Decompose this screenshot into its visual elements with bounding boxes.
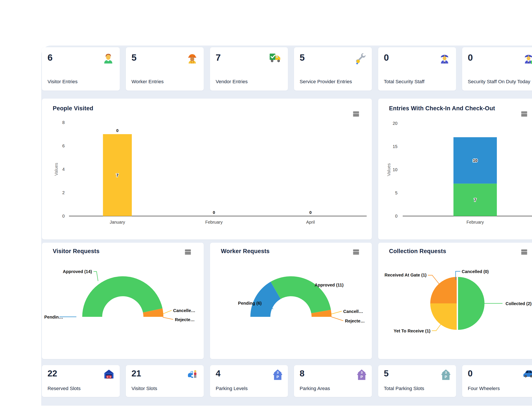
people-visited-chart-card: People Visited (42, 99, 372, 239)
stat-value: 5 (132, 53, 136, 63)
stat-label: Visitor Slots (132, 385, 200, 392)
hamburger-menu-icon[interactable] (521, 250, 527, 255)
delivery-truck-check-icon (269, 53, 282, 64)
entries-check-chart-card: Entries With Check-In And Check-Out (378, 99, 532, 239)
hamburger-menu-icon[interactable] (185, 250, 191, 255)
hamburger-menu-icon[interactable] (521, 112, 527, 117)
stat-value: 5 (300, 53, 305, 63)
stat-card-security-staff-on-duty: 0 Security Staff On Duty Today (462, 47, 532, 91)
stat-value: 0 (468, 53, 473, 63)
hamburger-menu-icon[interactable] (353, 250, 359, 255)
svg-text:3: 3 (445, 371, 447, 374)
people-visited-title: People Visited (53, 105, 93, 112)
stat-value: 8 (300, 369, 304, 378)
svg-text:P: P (360, 375, 363, 379)
stat-label: Reserved Slots (48, 385, 116, 392)
entries-check-title: Entries With Check-In And Check-Out (389, 105, 495, 112)
stat-label: Worker Entries (132, 78, 200, 85)
stat-card-visitor-slots: 21 Visitor Slots (126, 365, 204, 397)
car-with-person-icon (187, 369, 198, 381)
stat-card-reserved-slots: 22 Reserved Slots (42, 365, 120, 397)
blue-car-icon (522, 369, 532, 379)
police-officer-on-duty-icon (523, 53, 532, 65)
stat-value: 7 (216, 53, 221, 63)
stat-value: 6 (48, 53, 53, 63)
stat-label: Service Provider Entries (300, 78, 368, 85)
stat-label: Visitor Entries (48, 78, 116, 85)
stat-card-worker-entries: 5 Worker Entries (126, 47, 204, 91)
stat-card-four-wheelers: 0 Four Wheelers (462, 365, 532, 397)
stat-label: Security Staff On Duty Today (468, 78, 532, 85)
stat-card-service-provider-entries: 5 Service Provider Entries (294, 47, 372, 91)
stat-card-parking-levels: 4 3P Parking Levels (210, 365, 288, 397)
parking-area-purple-icon: 3P (357, 369, 366, 381)
svg-text:P: P (276, 375, 279, 379)
stat-label: Four Wheelers (468, 385, 532, 392)
collection-requests-chart-card: Collection Requests (378, 243, 532, 359)
stat-label: Parking Areas (300, 385, 368, 392)
stat-value: 0 (384, 53, 389, 63)
stat-label: Parking Levels (216, 385, 284, 392)
stat-value: 22 (48, 369, 57, 378)
wrench-hand-icon (354, 53, 366, 65)
stat-card-parking-areas: 8 3P Parking Areas (294, 365, 372, 397)
stat-label: Vendor Entries (216, 78, 284, 85)
stat-value: 21 (132, 369, 141, 378)
worker-requests-chart-card: Worker Requests (210, 243, 372, 359)
collection-requests-title: Collection Requests (389, 248, 446, 255)
svg-text:P: P (445, 375, 447, 379)
svg-text:3: 3 (277, 371, 279, 374)
stat-label: Total Parking Slots (384, 385, 452, 392)
visitor-requests-title: Visitor Requests (53, 248, 100, 255)
parking-slot-teal-icon: 3P (441, 369, 450, 381)
stat-card-visitor-entries: 6 Visitor Entries (42, 47, 120, 91)
stat-card-vendor-entries: 7 Vendor Entries (210, 47, 288, 91)
visitor-person-icon (102, 53, 114, 65)
garage-car-icon (104, 369, 114, 380)
stat-card-total-security-staff: 0 Total Security Staff (378, 47, 456, 91)
hamburger-menu-icon[interactable] (353, 112, 359, 117)
stat-label: Total Security Staff (384, 78, 452, 85)
stat-value: 4 (216, 369, 220, 378)
stat-card-total-parking-slots: 5 3P Total Parking Slots (378, 365, 456, 397)
stat-value: 5 (384, 369, 389, 378)
svg-text:3: 3 (361, 371, 363, 374)
construction-worker-icon (186, 53, 198, 65)
worker-requests-title: Worker Requests (221, 248, 270, 255)
parking-level-blue-icon: 3P (273, 369, 282, 381)
stat-value: 0 (468, 369, 473, 378)
visitor-requests-chart-card: Visitor Requests (42, 243, 204, 359)
police-officer-icon (439, 53, 450, 65)
